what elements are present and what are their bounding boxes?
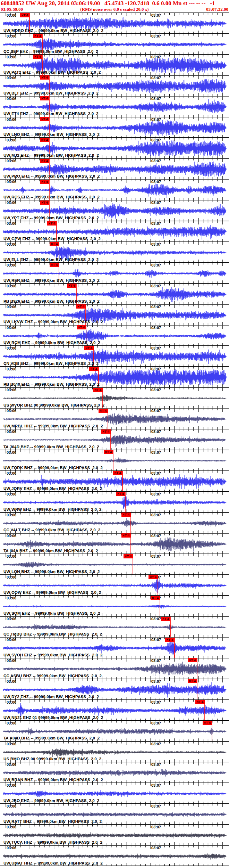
pick-marker[interactable]: ×T 4 xyxy=(40,96,49,100)
station-label: UW MJ2 EHZ -- 99999.0km BW HIGHPASS 2.0 … xyxy=(3,153,99,157)
trace-row: 03:0603:07×T 4UW DY2 EHZ -- 99999.0km BW… xyxy=(0,679,229,699)
pick-marker[interactable]: ×T 4 xyxy=(195,700,205,704)
pick-marker-label: ×T 4 xyxy=(41,159,48,163)
trace-divider xyxy=(0,720,229,721)
trace-time-label-left: 03:06 xyxy=(7,76,16,80)
pick-marker[interactable]: ×T 4 xyxy=(77,325,86,329)
trace-time-label-left: 03:06 xyxy=(7,762,16,767)
trace-time-label-right: 03:07 xyxy=(151,221,161,226)
pick-marker-label: ×T 4 xyxy=(51,242,58,246)
trace-divider xyxy=(0,117,229,117)
pick-marker-label: ×T 4 xyxy=(95,388,101,392)
pick-marker[interactable]: ×T 4 xyxy=(40,180,49,184)
trace-time-label-right: 03:07 xyxy=(151,367,161,371)
pick-marker[interactable]: ×T 4 xyxy=(76,304,86,309)
pick-marker-label: ×T 4 xyxy=(41,180,48,183)
trace-divider xyxy=(0,179,229,180)
pick-marker[interactable]: ×T 4 xyxy=(93,388,103,392)
trace-time-label-left: 03:06 xyxy=(7,326,16,330)
station-label: UW RCM EHZ -- 99999.0km BW HIGHPASS 2.0 … xyxy=(3,341,100,345)
pick-marker-label: ×T 4 xyxy=(152,596,159,600)
trace-divider xyxy=(0,574,229,575)
pick-marker[interactable]: ×T 4 xyxy=(40,138,49,142)
pick-marker[interactable]: ×T 4 xyxy=(50,263,59,267)
pick-marker[interactable]: ×T 4 xyxy=(203,721,212,725)
trace-divider xyxy=(0,137,229,138)
trace-row: 03:0603:07×T 4UW PRO EHZ -- 99999.0km BW… xyxy=(0,158,229,179)
pick-marker-label: ×T 4 xyxy=(68,284,75,287)
pick-marker[interactable]: ×T 4 xyxy=(33,34,42,38)
trace-time-label-right: 03:07 xyxy=(151,762,161,767)
trace-time-label-left: 03:06 xyxy=(7,492,16,496)
trace-time-label-right: 03:07 xyxy=(151,263,161,267)
window-end-time: 03:07:32.00 xyxy=(206,7,228,12)
pick-marker[interactable]: ×T 4 xyxy=(121,513,131,517)
trace-row: 03:0603:07UW TUCA HHZ -- 99999.0km BW HI… xyxy=(0,824,229,845)
pick-marker[interactable]: ×T 4 xyxy=(40,159,49,163)
trace-time-label-right: 03:07 xyxy=(151,513,161,517)
trace-divider xyxy=(0,408,229,409)
trace-divider xyxy=(0,96,229,97)
pick-marker[interactable]: ×T 4 xyxy=(50,242,59,246)
station-label: UW BRAN BHZ -- 99999.0km BW HIGHPASS 2.0… xyxy=(3,778,103,782)
waveform-trace xyxy=(3,748,226,758)
pick-marker[interactable]: ×T 4 xyxy=(99,409,108,413)
trace-divider xyxy=(0,783,229,783)
station-label: PB B926 EHZ -- 99999.0km BW HIGHPASS 2.0… xyxy=(3,299,100,303)
trace-time-label-left: 03:06 xyxy=(7,617,16,621)
waveform-trace xyxy=(3,790,226,797)
pick-marker[interactable]: ×T 4 xyxy=(116,492,125,496)
trace-time-label-right: 03:07 xyxy=(151,284,161,288)
pick-marker[interactable]: ×T 4 xyxy=(161,617,170,621)
trace-divider xyxy=(0,75,229,76)
trace-row: 03:0603:07×T 4UW OOW EHZ -- 99999.0km BW… xyxy=(0,574,229,595)
trace-divider xyxy=(0,824,229,825)
pick-marker[interactable]: ×T 4 xyxy=(40,117,49,121)
station-label: UW MRBL HHZ -- 99999.0km BW HIGHPASS 2.0… xyxy=(3,424,103,428)
station-label: US WVOR BHZ 00 99999.0km BW HIGHPASS 2.0… xyxy=(3,403,104,407)
pick-marker[interactable]: ×T 4 xyxy=(188,679,197,683)
trace-time-label-right: 03:07 xyxy=(151,346,161,350)
pick-marker[interactable]: ×T 4 xyxy=(124,554,133,558)
trace-time-label-right: 03:07 xyxy=(151,409,161,413)
pick-marker-label: ×T 4 xyxy=(49,222,55,225)
trace-divider xyxy=(0,158,229,159)
trace-row: 03:0603:07×T 4UW MJ2 EHZ -- 99999.0km BW… xyxy=(0,137,229,158)
station-label: UW RER EHZ -- 99999.0km BW HIGHPASS 2.0 … xyxy=(3,278,100,282)
pick-marker[interactable]: ×T 4 xyxy=(67,284,76,288)
trace-time-label-left: 03:06 xyxy=(7,825,16,829)
pick-marker[interactable]: ×T 4 xyxy=(113,471,122,475)
pick-marker[interactable]: ×T 4 xyxy=(149,575,158,579)
pick-marker[interactable]: ×T 4 xyxy=(104,450,113,454)
pick-marker[interactable]: ×T 4 xyxy=(101,429,111,434)
pick-marker[interactable]: ×T 4 xyxy=(121,533,131,538)
trace-divider xyxy=(0,803,229,804)
pick-marker[interactable]: ×T 4 xyxy=(40,200,49,205)
pick-marker[interactable]: ×T 4 xyxy=(188,658,197,662)
pick-marker-label: ×T 4 xyxy=(189,679,196,683)
pick-marker[interactable]: ×T 4 xyxy=(84,346,94,350)
trace-time-label-right: 03:07 xyxy=(151,388,161,392)
station-label: CC TMBU BHZ -- 99999.0km BW HIGHPASS 2.0… xyxy=(3,632,102,636)
pick-marker[interactable]: ×T 4 xyxy=(165,638,175,642)
trace-time-label-right: 03:07 xyxy=(151,804,161,808)
pick-marker[interactable]: ×T 4 xyxy=(20,13,29,17)
station-label: UW RCS EHZ -- 99999.0km BW HIGHPASS 2.0 … xyxy=(3,195,100,199)
pick-marker[interactable]: ×T 4 xyxy=(40,75,49,80)
trace-time-label-left: 03:06 xyxy=(7,388,16,392)
pick-marker-label: ×T 4 xyxy=(125,555,132,558)
trace-divider xyxy=(0,325,229,326)
trace-time-label-right: 03:07 xyxy=(151,554,161,558)
pick-marker-label: ×T 4 xyxy=(204,721,211,724)
pick-marker[interactable]: ×T 4 xyxy=(33,55,42,59)
waveform-trace xyxy=(3,518,226,527)
pick-marker[interactable]: ×T 4 xyxy=(47,221,57,226)
pick-marker-label: ×T 4 xyxy=(123,513,129,516)
pick-marker-label: ×T 4 xyxy=(22,14,28,17)
pick-marker-label: ×T 4 xyxy=(41,76,48,79)
pick-marker[interactable]: ×T 4 xyxy=(151,596,160,600)
pick-marker[interactable]: ×T 4 xyxy=(89,367,99,371)
pick-marker-label: ×T 4 xyxy=(117,492,124,496)
pick-marker-label: ×T 4 xyxy=(51,263,58,267)
waveform-trace xyxy=(3,605,226,609)
